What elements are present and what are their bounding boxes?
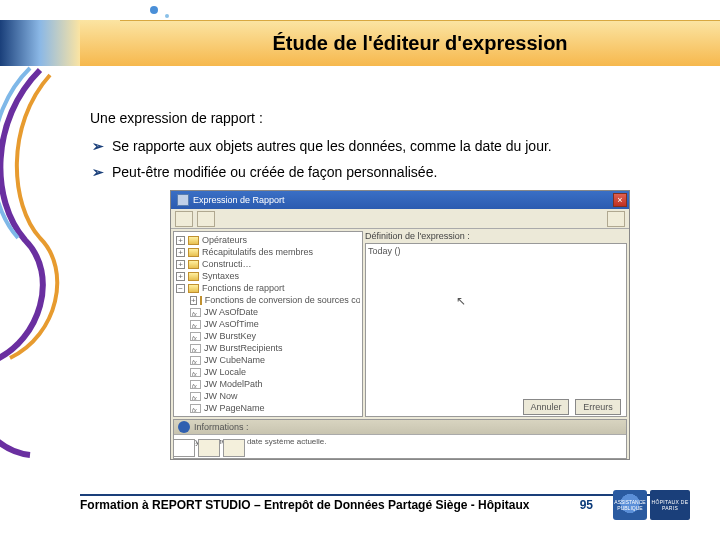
dialog-body: +Opérateurs +Récapitulatifs des membres … — [171, 229, 629, 419]
fx-item[interactable]: JW PageName — [204, 402, 265, 414]
window-titlebar: Expression de Rapport × — [171, 191, 629, 209]
tree-item[interactable]: Constructi… — [202, 258, 252, 270]
expression-label: Définition de l'expression : — [365, 231, 627, 241]
decor-dot-small — [165, 14, 169, 18]
close-icon[interactable]: × — [613, 193, 627, 207]
fx-item[interactable]: JW CubeName — [204, 354, 265, 366]
page-number: 95 — [580, 498, 593, 512]
logo-hopitaux-paris: HÔPITAUX DE PARIS — [650, 490, 690, 520]
bullet-1: Se rapporte aux objets autres que les do… — [112, 138, 700, 154]
page-title: Étude de l'éditeur d'expression — [272, 32, 567, 55]
tree-subitem[interactable]: Fonctions de conversion de sources comm… — [205, 294, 360, 306]
bottom-tabs — [173, 439, 245, 457]
expression-panel: Définition de l'expression : Today () ↖ — [365, 231, 627, 417]
toolbar — [171, 209, 629, 229]
header-bar: Étude de l'éditeur d'expression — [120, 20, 720, 66]
fx-item[interactable]: JW BurstRecipients — [204, 342, 283, 354]
window-title: Expression de Rapport — [193, 195, 285, 205]
app-icon — [177, 194, 189, 206]
fx-item[interactable]: JW Locale — [204, 366, 246, 378]
expression-value: Today () — [368, 246, 401, 256]
cursor-icon: ↖ — [456, 294, 466, 308]
toolbar-btn-2[interactable] — [197, 211, 215, 227]
tab-3[interactable] — [223, 439, 245, 457]
fx-item[interactable]: JW AsOfTime — [204, 318, 259, 330]
intro-text: Une expression de rapport : — [90, 110, 700, 126]
tree-item[interactable]: Syntaxes — [202, 270, 239, 282]
fx-item[interactable]: JW BurstKey — [204, 330, 256, 342]
embedded-screenshot: Expression de Rapport × +Opérateurs +Réc… — [170, 190, 630, 460]
footer-text: Formation à REPORT STUDIO – Entrepôt de … — [80, 498, 529, 512]
footer: Formation à REPORT STUDIO – Entrepôt de … — [80, 490, 690, 520]
toolbar-btn-3[interactable] — [607, 211, 625, 227]
tab-2[interactable] — [198, 439, 220, 457]
content-area: Une expression de rapport : Se rapporte … — [90, 110, 700, 470]
fx-item[interactable]: JW AsOfDate — [204, 306, 258, 318]
logo-assistance-publique: ASSISTANCE PUBLIQUE — [613, 490, 647, 520]
bullet-2: Peut-être modifiée ou créée de façon per… — [112, 164, 700, 180]
expression-textarea[interactable]: Today () ↖ — [365, 243, 627, 417]
tree-item[interactable]: Opérateurs — [202, 234, 247, 246]
decor-dot — [150, 6, 158, 14]
decorative-swirl — [0, 60, 90, 460]
fx-item[interactable]: JW PageNumber — [204, 414, 273, 417]
info-title: Informations : — [194, 422, 249, 432]
tree-item[interactable]: Fonctions de rapport — [202, 282, 285, 294]
function-tree[interactable]: +Opérateurs +Récapitulatifs des membres … — [173, 231, 363, 417]
cancel-button[interactable]: Annuler — [523, 399, 569, 415]
fx-item[interactable]: JW Now — [204, 390, 238, 402]
info-icon — [178, 421, 190, 433]
toolbar-btn-1[interactable] — [175, 211, 193, 227]
errors-button[interactable]: Erreurs — [575, 399, 621, 415]
fx-item[interactable]: JW ModelPath — [204, 378, 263, 390]
tab-1[interactable] — [173, 439, 195, 457]
tree-item[interactable]: Récapitulatifs des membres — [202, 246, 313, 258]
footer-logo: ASSISTANCE PUBLIQUE HÔPITAUX DE PARIS — [613, 490, 690, 520]
